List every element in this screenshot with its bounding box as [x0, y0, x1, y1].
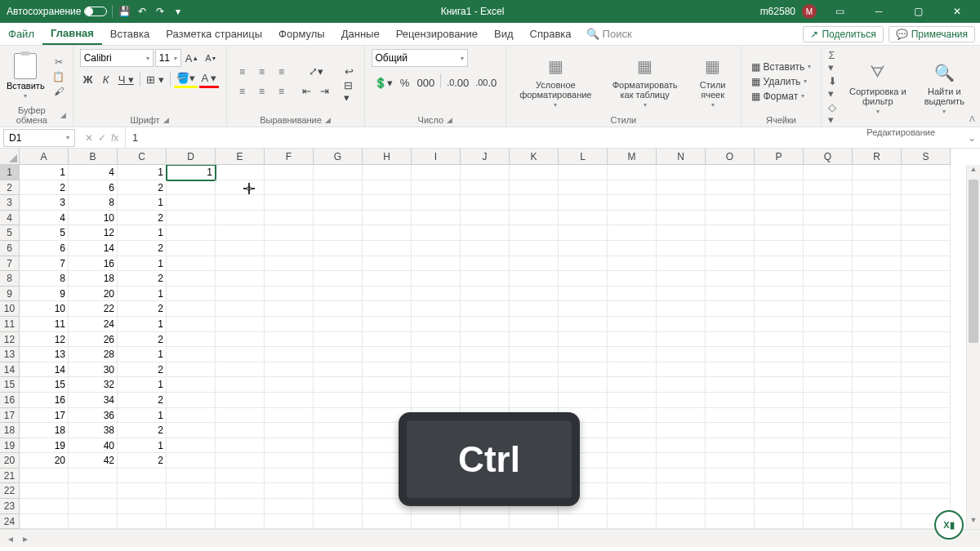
font-name-combo[interactable]: Calibri▾ — [80, 49, 154, 67]
cell-D5[interactable] — [167, 225, 216, 241]
cell-C22[interactable] — [118, 483, 167, 499]
align-left-button[interactable]: ≡ — [234, 82, 252, 100]
cell-O1[interactable] — [706, 165, 755, 180]
cell-L9[interactable] — [559, 287, 608, 302]
cell-F14[interactable] — [265, 362, 314, 378]
cell-E10[interactable] — [216, 301, 265, 317]
cell-F10[interactable] — [265, 301, 314, 317]
cell-Q20[interactable] — [804, 453, 853, 469]
cell-M19[interactable] — [608, 438, 657, 454]
align-top-button[interactable]: ≡ — [234, 63, 252, 81]
cell-O4[interactable] — [706, 211, 755, 226]
save-icon[interactable]: 💾 — [118, 5, 131, 18]
cell-P24[interactable] — [755, 514, 804, 529]
format-cells-button[interactable]: ▦Формат ▾ — [748, 90, 815, 103]
dialog-launcher-icon[interactable]: ◢ — [60, 111, 66, 119]
cell-O5[interactable] — [706, 225, 755, 241]
cell-N7[interactable] — [657, 256, 706, 272]
cell-S4[interactable] — [902, 211, 951, 226]
minimize-button[interactable]: ─ — [862, 0, 895, 23]
cell-C2[interactable]: 2 — [118, 180, 167, 196]
cell-R3[interactable] — [853, 195, 902, 211]
cell-J13[interactable] — [461, 347, 510, 362]
paste-button[interactable]: Вставить ▾ — [7, 53, 45, 100]
cell-A4[interactable]: 4 — [20, 211, 69, 226]
cell-D16[interactable] — [167, 393, 216, 408]
cell-H7[interactable] — [363, 256, 412, 272]
cell-F13[interactable] — [265, 347, 314, 362]
cell-R8[interactable] — [853, 271, 902, 287]
cell-L4[interactable] — [559, 211, 608, 226]
cell-I9[interactable] — [412, 287, 461, 302]
column-header-L[interactable]: L — [559, 149, 608, 165]
tab-formulas[interactable]: Формулы — [270, 23, 333, 45]
cell-B23[interactable] — [69, 499, 118, 514]
delete-cells-button[interactable]: ▦Удалить ▾ — [748, 75, 815, 88]
cell-G20[interactable] — [314, 453, 363, 469]
cell-F5[interactable] — [265, 225, 314, 241]
insert-function-icon[interactable]: fx — [111, 132, 118, 144]
cell-H16[interactable] — [363, 393, 412, 408]
cell-O9[interactable] — [706, 287, 755, 302]
cell-I11[interactable] — [412, 317, 461, 332]
cell-K16[interactable] — [510, 393, 559, 408]
cell-P6[interactable] — [755, 241, 804, 256]
cell-R2[interactable] — [853, 180, 902, 196]
cell-S15[interactable] — [902, 377, 951, 393]
cell-G4[interactable] — [314, 211, 363, 226]
cell-A11[interactable]: 11 — [20, 317, 69, 332]
cell-A22[interactable] — [20, 483, 69, 499]
cell-H9[interactable] — [363, 287, 412, 302]
cell-H4[interactable] — [363, 211, 412, 226]
cell-B12[interactable]: 26 — [69, 332, 118, 348]
cell-M24[interactable] — [608, 514, 657, 529]
cell-J5[interactable] — [461, 225, 510, 241]
cell-N23[interactable] — [657, 499, 706, 514]
cell-O24[interactable] — [706, 514, 755, 529]
cell-P7[interactable] — [755, 256, 804, 272]
cell-D21[interactable] — [167, 469, 216, 484]
cell-B20[interactable]: 42 — [69, 453, 118, 469]
cell-K13[interactable] — [510, 347, 559, 362]
cell-I1[interactable] — [412, 165, 461, 180]
cell-R15[interactable] — [853, 377, 902, 393]
cell-D14[interactable] — [167, 362, 216, 378]
column-header-P[interactable]: P — [755, 149, 804, 165]
cell-E1[interactable] — [216, 165, 265, 180]
vertical-scrollbar[interactable]: ▲ ▼ — [966, 165, 980, 529]
cell-N11[interactable] — [657, 317, 706, 332]
cell-L8[interactable] — [559, 271, 608, 287]
cell-Q18[interactable] — [804, 423, 853, 438]
cell-O14[interactable] — [706, 362, 755, 378]
cell-G24[interactable] — [314, 514, 363, 529]
cell-N3[interactable] — [657, 195, 706, 211]
cell-E15[interactable] — [216, 377, 265, 393]
fill-button[interactable]: ⬇ ▾ — [828, 75, 840, 100]
cell-H24[interactable] — [363, 514, 412, 529]
row-header[interactable]: 6 — [0, 241, 20, 256]
cell-S14[interactable] — [902, 362, 951, 378]
cell-R1[interactable] — [853, 165, 902, 180]
cell-S18[interactable] — [902, 423, 951, 438]
cell-L12[interactable] — [559, 332, 608, 348]
cell-A13[interactable]: 13 — [20, 347, 69, 362]
tab-review[interactable]: Рецензирование — [388, 23, 486, 45]
scroll-up-icon[interactable]: ▲ — [967, 165, 980, 178]
cell-S22[interactable] — [902, 483, 951, 499]
align-bottom-button[interactable]: ≡ — [273, 63, 291, 81]
cell-H2[interactable] — [363, 180, 412, 196]
cell-O15[interactable] — [706, 377, 755, 393]
cell-B24[interactable] — [69, 514, 118, 529]
cell-I13[interactable] — [412, 347, 461, 362]
cell-N18[interactable] — [657, 423, 706, 438]
cell-Q11[interactable] — [804, 317, 853, 332]
cell-Q4[interactable] — [804, 211, 853, 226]
cell-B17[interactable]: 36 — [69, 408, 118, 424]
cell-A3[interactable]: 3 — [20, 195, 69, 211]
cell-K6[interactable] — [510, 241, 559, 256]
cell-P13[interactable] — [755, 347, 804, 362]
cell-B9[interactable]: 20 — [69, 287, 118, 302]
cell-G17[interactable] — [314, 408, 363, 424]
cell-D12[interactable] — [167, 332, 216, 348]
cell-B19[interactable]: 40 — [69, 438, 118, 454]
